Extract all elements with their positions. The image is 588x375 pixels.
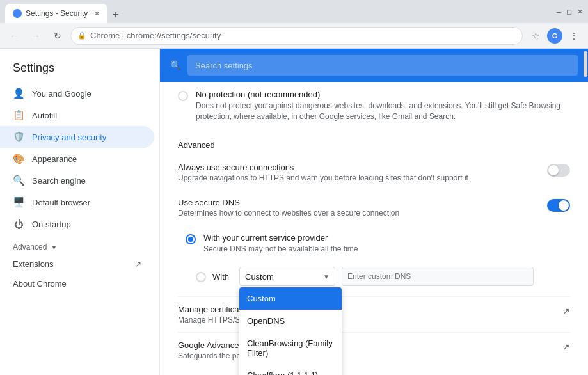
window-controls: – ◻ ✕ [557,7,583,17]
sidebar-item-about[interactable]: About Chrome [0,274,154,294]
advanced-label: Advanced [13,243,47,251]
dropdown-option-cleanbrowsing[interactable]: CleanBrowsing (Family Filter) [239,332,342,364]
tab-title: Settings - Security [26,9,88,18]
sidebar-label-autofill: Autofill [32,111,57,120]
minimize-icon[interactable]: – [557,7,561,17]
dns-select-text: Custom [245,272,321,282]
current-provider-desc: Secure DNS may not be available all the … [203,244,570,255]
always-https-row: Always use secure connections Upgrade na… [178,155,570,190]
current-provider-radio[interactable] [186,234,196,244]
sidebar-label-you-google: You and Google [32,89,91,99]
title-bar: Settings - Security ✕ + – ◻ ✕ [0,0,588,23]
search-bar: 🔍 [160,49,588,82]
google-advanced-text: Google Advanced P... Safeguards the pe..… [178,340,562,360]
secure-dns-desc: Determines how to connect to websites ov… [178,209,537,218]
active-tab[interactable]: Settings - Security ✕ [5,4,107,23]
appearance-icon: 🎨 [13,153,24,164]
secure-dns-knob [559,200,569,211]
custom-dns-radio[interactable] [196,272,206,282]
tab-close-button[interactable]: ✕ [94,10,100,18]
search-icon: 🔍 [170,60,181,70]
content-area: 🔍 No protection (not recommended) Does n… [160,49,588,375]
always-https-switch[interactable] [547,164,570,177]
sidebar-label-search: Search engine [32,176,86,186]
reload-button[interactable]: ↻ [49,27,67,45]
google-advanced-desc: Safeguards the pe... at risk of targeted… [178,351,562,360]
avatar[interactable]: G [547,28,562,44]
no-protection-radio[interactable] [178,91,188,101]
autofill-icon: 📋 [13,109,24,121]
dropdown-option-custom[interactable]: Custom [239,287,342,310]
dropdown-menu[interactable]: Custom OpenDNS CleanBrowsing (Family Fil… [239,287,342,375]
dns-dropdown[interactable]: Custom ▼ Custom OpenDNS CleanBrowsing (F… [239,267,335,286]
search-nav-icon: 🔍 [13,175,24,186]
sidebar-item-appearance[interactable]: 🎨 Appearance [0,148,154,170]
custom-dns-input[interactable] [342,267,534,286]
always-https-title: Always use secure connections [178,163,537,172]
sidebar-item-extensions[interactable]: Extensions ↗ [0,254,154,274]
sidebar: Settings 👤 You and Google 📋 Autofill 🛡️ … [0,49,160,375]
about-label: About Chrome [13,279,67,289]
sidebar-label-startup: On startup [32,219,71,229]
manage-certificates-row: Manage certificates Manage HTTPS/SS... ↗ [178,296,570,332]
sidebar-item-default-browser[interactable]: 🖥️ Default browser [0,191,154,213]
search-input[interactable] [187,55,578,76]
main-layout: Settings 👤 You and Google 📋 Autofill 🛡️ … [0,49,588,375]
sidebar-item-search[interactable]: 🔍 Search engine [0,170,154,191]
lock-icon: 🔒 [77,31,86,40]
back-button[interactable]: ← [5,27,23,45]
tab-bar: Settings - Security ✕ + [5,0,123,23]
dropdown-option-opendns[interactable]: OpenDNS [239,310,342,332]
manage-cert-text: Manage certificates Manage HTTPS/SS... [178,305,562,324]
external-link-icon: ↗ [135,260,141,269]
current-provider-title: With your current service provider [203,233,570,243]
close-icon[interactable]: ✕ [577,8,583,16]
shield-icon: 🛡️ [13,131,24,143]
no-protection-desc: Does not protect you against dangerous w… [196,100,570,122]
secure-dns-toggle[interactable] [547,199,570,212]
forward-button[interactable]: → [27,27,45,45]
scroll-thumb[interactable] [584,51,587,77]
menu-icon[interactable]: ⋮ [565,27,583,45]
secure-dns-switch[interactable] [547,199,570,212]
dns-custom-row: With Custom ▼ Custom OpenDNS CleanBrowsi… [178,267,570,286]
always-https-desc: Upgrade navigations to HTTPS and warn yo… [178,173,537,182]
new-tab-button[interactable]: + [107,6,123,23]
sidebar-item-you-google[interactable]: 👤 You and Google [0,83,154,104]
address-text: Chrome | chrome://settings/security [90,31,516,40]
dns-select[interactable]: Custom ▼ [239,267,335,286]
address-bar[interactable]: 🔒 Chrome | chrome://settings/security [70,27,523,45]
dropdown-arrow-icon: ▼ [323,273,330,280]
secure-dns-text: Use secure DNS Determines how to connect… [178,198,537,218]
startup-icon: ⏻ [13,218,24,230]
scrollbar[interactable] [583,49,588,375]
secure-dns-header-row: Use secure DNS Determines how to connect… [178,190,570,225]
browser-icon: 🖥️ [13,196,24,208]
with-label: With [212,272,229,282]
secure-dns-title: Use secure DNS [178,198,537,207]
google-advanced-external-icon[interactable]: ↗ [562,342,570,352]
advanced-section-label: Advanced [178,130,570,155]
manage-cert-external-icon[interactable]: ↗ [562,306,570,316]
manage-cert-desc: Manage HTTPS/SS... [178,315,562,324]
sidebar-item-privacy[interactable]: 🛡️ Privacy and security [0,126,154,148]
sidebar-item-startup[interactable]: ⏻ On startup [0,213,154,235]
bookmark-icon[interactable]: ☆ [527,27,544,45]
current-provider-text: With your current service provider Secur… [203,233,570,255]
sidebar-advanced[interactable]: Advanced ▼ [0,235,159,254]
extensions-label: Extensions [13,259,54,269]
no-protection-option[interactable]: No protection (not recommended) Does not… [178,82,570,130]
google-advanced-row: Google Advanced P... Safeguards the pe..… [178,332,570,368]
manage-cert-title: Manage certificates [178,305,562,314]
current-provider-option[interactable]: With your current service provider Secur… [178,225,570,262]
sidebar-label-default-browser: Default browser [32,198,90,207]
toolbar: ← → ↻ 🔒 Chrome | chrome://settings/secur… [0,23,588,49]
always-https-text: Always use secure connections Upgrade na… [178,163,537,182]
maximize-icon[interactable]: ◻ [566,8,572,16]
always-https-toggle[interactable] [547,164,570,177]
sidebar-item-autofill[interactable]: 📋 Autofill [0,104,154,126]
dropdown-option-cloudflare[interactable]: Cloudflare (1.1.1.1) [239,364,342,375]
settings-content: No protection (not recommended) Does not… [160,82,588,368]
no-protection-title: No protection (not recommended) [196,90,570,99]
chevron-down-icon: ▼ [51,244,57,251]
